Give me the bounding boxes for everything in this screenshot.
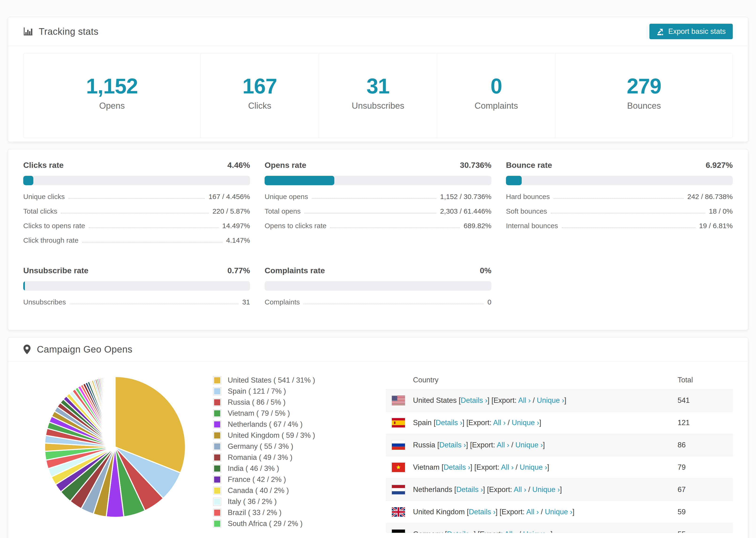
legend-swatch xyxy=(213,387,221,395)
rate-stat-value: 31 xyxy=(242,298,250,306)
legend-item-brazil[interactable]: Brazil ( 33 / 2% ) xyxy=(213,509,315,517)
export-all-link[interactable]: All › xyxy=(493,418,506,427)
separator: / xyxy=(513,463,519,471)
legend-swatch xyxy=(213,431,221,439)
details-link[interactable]: Details › xyxy=(447,530,474,533)
separator: / xyxy=(509,441,515,449)
legend-label: Russia ( 86 / 5% ) xyxy=(228,398,286,406)
legend-label: South Africa ( 29 / 2% ) xyxy=(228,519,303,528)
rate-progress-bar xyxy=(23,281,250,291)
rate-progress-bar xyxy=(265,281,491,291)
rate-stat-value: 18 / 0% xyxy=(709,207,733,215)
stat-boxes-row: 1,152Opens167Clicks31Unsubscribes0Compla… xyxy=(23,53,733,138)
export-unique-link[interactable]: Unique › xyxy=(515,441,543,449)
legend-item-vietnam[interactable]: Vietnam ( 79 / 5% ) xyxy=(213,409,315,418)
stat-box-clicks: 167Clicks xyxy=(201,53,319,138)
legend-label: Vietnam ( 79 / 5% ) xyxy=(228,409,290,418)
legend-swatch xyxy=(213,454,221,461)
country-name: Spain xyxy=(413,418,432,427)
legend-item-italy[interactable]: Italy ( 36 / 2% ) xyxy=(213,497,315,506)
rate-stat-row: Internal bounces19 / 6.81% xyxy=(506,219,733,233)
export-unique-link[interactable]: Unique › xyxy=(532,485,560,494)
details-link[interactable]: Details › xyxy=(469,508,496,516)
stat-value: 0 xyxy=(440,76,553,97)
export-prefix: [Export: xyxy=(491,396,518,404)
legend-item-india[interactable]: India ( 46 / 3% ) xyxy=(213,464,315,473)
export-all-link[interactable]: All › xyxy=(497,441,509,449)
legend-label: India ( 46 / 3% ) xyxy=(228,464,279,473)
rate-value: 0.77% xyxy=(228,266,250,275)
export-all-link[interactable]: All › xyxy=(501,463,513,471)
legend-item-spain[interactable]: Spain ( 121 / 7% ) xyxy=(213,387,315,396)
rate-stat-value: 1,152 / 30.736% xyxy=(440,193,491,201)
gb-flag-icon xyxy=(392,507,405,517)
rate-progress-bar xyxy=(506,176,733,185)
legend-item-united-states[interactable]: United States ( 541 / 31% ) xyxy=(213,376,315,385)
rate-block-unsubscribe-rate: Unsubscribe rate0.77%Unsubscribes31 xyxy=(23,266,250,309)
stat-box-complaints: 0Complaints xyxy=(437,53,556,138)
dotted-leader xyxy=(551,213,705,213)
ru-flag-icon xyxy=(392,440,405,450)
country-total: 55 xyxy=(677,530,733,533)
export-unique-link[interactable]: Unique › xyxy=(545,508,572,516)
rate-stat-label: Click through rate xyxy=(23,237,79,244)
rate-block-bounce-rate: Bounce rate6.927%Hard bounces242 / 86.73… xyxy=(506,161,733,248)
export-basic-stats-button[interactable]: Export basic stats xyxy=(649,24,733,39)
export-all-link[interactable]: All › xyxy=(504,530,517,533)
export-prefix: [Export: xyxy=(470,441,497,449)
legend-item-united-kingdom[interactable]: United Kingdom ( 59 / 3% ) xyxy=(213,431,315,440)
export-prefix: [Export: xyxy=(487,485,514,494)
legend-swatch xyxy=(213,509,221,517)
country-name: United Kingdom xyxy=(413,508,465,516)
separator: / xyxy=(506,418,512,427)
legend-label: United Kingdom ( 59 / 3% ) xyxy=(228,431,315,440)
dotted-leader xyxy=(61,213,209,213)
export-all-link[interactable]: All › xyxy=(518,396,531,404)
details-link[interactable]: Details › xyxy=(460,396,487,404)
export-unique-link[interactable]: Unique › xyxy=(523,530,551,533)
legend-item-south-africa[interactable]: South Africa ( 29 / 2% ) xyxy=(213,519,315,528)
table-row-ru: Russia [Details ›] [Export: All › / Uniq… xyxy=(386,434,733,456)
country-column-header: Country xyxy=(386,376,677,384)
stat-label: Unsubscribes xyxy=(321,101,435,111)
rate-stat-label: Clicks to opens rate xyxy=(23,222,85,230)
rate-progress-bar xyxy=(265,176,491,185)
geo-title-text: Campaign Geo Opens xyxy=(37,344,133,355)
rate-stat-label: Internal bounces xyxy=(506,222,558,230)
legend-item-germany[interactable]: Germany ( 55 / 3% ) xyxy=(213,442,315,451)
details-link[interactable]: Details › xyxy=(444,463,470,471)
legend-swatch xyxy=(213,420,221,428)
rate-stat-row: Opens to clicks rate689.82% xyxy=(265,219,491,233)
bar-chart-icon xyxy=(23,27,33,36)
legend-item-netherlands[interactable]: Netherlands ( 67 / 4% ) xyxy=(213,420,315,429)
rate-stat-row: Soft bounces18 / 0% xyxy=(506,204,733,219)
stat-box-bounces: 279Bounces xyxy=(556,53,732,138)
geo-header: Campaign Geo Opens xyxy=(8,338,748,361)
total-column-header: Total xyxy=(677,376,733,384)
rates-grid: Clicks rate4.46%Unique clicks167 / 4.456… xyxy=(8,149,748,330)
legend-item-canada[interactable]: Canada ( 40 / 2% ) xyxy=(213,486,315,495)
legend-swatch xyxy=(213,376,221,384)
export-unique-link[interactable]: Unique › xyxy=(537,396,564,404)
rate-value: 0% xyxy=(480,266,491,275)
export-unique-link[interactable]: Unique › xyxy=(512,418,539,427)
rate-progress-fill xyxy=(506,176,522,185)
legend-item-russia[interactable]: Russia ( 86 / 5% ) xyxy=(213,398,315,406)
rates-card: Clicks rate4.46%Unique clicks167 / 4.456… xyxy=(8,149,748,330)
legend-swatch xyxy=(213,520,221,528)
legend-item-romania[interactable]: Romania ( 49 / 3% ) xyxy=(213,453,315,462)
table-row-us: United States [Details ›] [Export: All ›… xyxy=(386,389,733,411)
details-link[interactable]: Details › xyxy=(456,485,483,494)
export-all-link[interactable]: All › xyxy=(514,485,526,494)
details-link[interactable]: Details › xyxy=(439,441,466,449)
rate-stat-row: Total opens2,303 / 61.446% xyxy=(265,204,491,219)
legend-swatch xyxy=(213,443,221,451)
legend-item-france[interactable]: France ( 42 / 2% ) xyxy=(213,475,315,484)
dotted-leader xyxy=(312,198,436,199)
legend-swatch xyxy=(213,409,221,417)
details-link[interactable]: Details › xyxy=(436,418,462,427)
export-unique-link[interactable]: Unique › xyxy=(519,463,547,471)
export-all-link[interactable]: All › xyxy=(526,508,539,516)
legend-label: Brazil ( 33 / 2% ) xyxy=(228,509,282,517)
rate-progress-fill xyxy=(23,176,33,185)
